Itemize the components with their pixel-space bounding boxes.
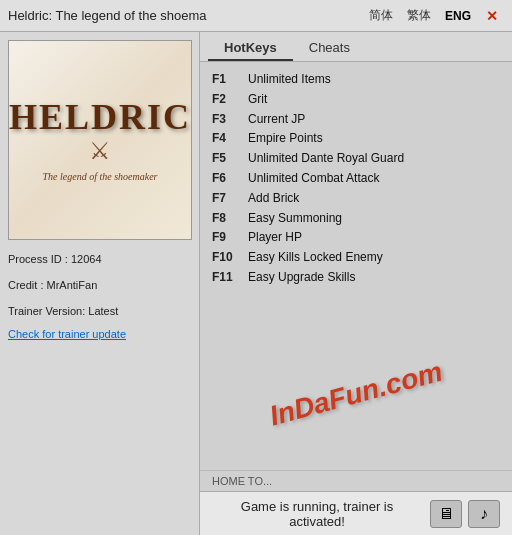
monitor-icon: 🖥 bbox=[438, 505, 454, 523]
sword-icon: ⚔ bbox=[89, 137, 111, 165]
hotkeys-content: F1 Unlimited Items F2 Grit F3 Current JP… bbox=[200, 62, 512, 470]
logo-subtitle: The legend of the shoemaker bbox=[43, 171, 158, 182]
main-container: HELDRIC ⚔ The legend of the shoemaker Pr… bbox=[0, 32, 512, 535]
hotkey-desc-f7: Add Brick bbox=[248, 189, 299, 209]
credit-line: Credit : MrAntiFan bbox=[8, 276, 191, 296]
credit-label: Credit : bbox=[8, 279, 43, 291]
tabs-container: HotKeys Cheats bbox=[200, 32, 512, 62]
hotkey-row-f3: F3 Current JP bbox=[212, 110, 500, 130]
hotkey-desc-f9: Player HP bbox=[248, 228, 302, 248]
close-button[interactable]: ✕ bbox=[480, 6, 504, 26]
hotkey-desc-f3: Current JP bbox=[248, 110, 305, 130]
hotkey-key-f5: F5 bbox=[212, 149, 248, 169]
hotkey-row-f5: F5 Unlimited Dante Royal Guard bbox=[212, 149, 500, 169]
right-panel: HotKeys Cheats F1 Unlimited Items F2 Gri… bbox=[200, 32, 512, 535]
language-buttons: 简体 繁体 ENG ✕ bbox=[364, 5, 504, 26]
hotkey-desc-f10: Easy Kills Locked Enemy bbox=[248, 248, 383, 268]
hotkey-desc-f5: Unlimited Dante Royal Guard bbox=[248, 149, 404, 169]
hotkey-row-f10: F10 Easy Kills Locked Enemy bbox=[212, 248, 500, 268]
watermark: InDaFun.com bbox=[267, 378, 444, 410]
title-bar: Heldric: The legend of the shoema 简体 繁体 … bbox=[0, 0, 512, 32]
game-logo: HELDRIC ⚔ The legend of the shoemaker bbox=[9, 41, 191, 239]
check-update-link[interactable]: Check for trainer update bbox=[8, 328, 126, 340]
hotkey-desc-f1: Unlimited Items bbox=[248, 70, 331, 90]
game-image: HELDRIC ⚔ The legend of the shoemaker bbox=[8, 40, 192, 240]
hotkey-row-f6: F6 Unlimited Combat Attack bbox=[212, 169, 500, 189]
hotkey-key-f2: F2 bbox=[212, 90, 248, 110]
logo-title: HELDRIC bbox=[9, 99, 191, 135]
credit-value: MrAntiFan bbox=[47, 279, 98, 291]
left-panel: HELDRIC ⚔ The legend of the shoemaker Pr… bbox=[0, 32, 200, 535]
lang-traditional-btn[interactable]: 繁体 bbox=[402, 5, 436, 26]
hotkey-row-f11: F11 Easy Upgrade Skills bbox=[212, 268, 500, 288]
hotkey-desc-f8: Easy Summoning bbox=[248, 209, 342, 229]
hotkey-key-f9: F9 bbox=[212, 228, 248, 248]
home-section: HOME TO... bbox=[200, 470, 512, 491]
hotkey-row-f8: F8 Easy Summoning bbox=[212, 209, 500, 229]
music-icon-button[interactable]: ♪ bbox=[468, 500, 500, 528]
hotkey-desc-f11: Easy Upgrade Skills bbox=[248, 268, 355, 288]
hotkey-desc-f6: Unlimited Combat Attack bbox=[248, 169, 379, 189]
hotkey-key-f3: F3 bbox=[212, 110, 248, 130]
tab-hotkeys[interactable]: HotKeys bbox=[208, 36, 293, 61]
hotkey-key-f7: F7 bbox=[212, 189, 248, 209]
hotkey-row-f4: F4 Empire Points bbox=[212, 129, 500, 149]
hotkey-key-f8: F8 bbox=[212, 209, 248, 229]
hotkey-row-f7: F7 Add Brick bbox=[212, 189, 500, 209]
hotkey-row-f1: F1 Unlimited Items bbox=[212, 70, 500, 90]
hotkey-key-f4: F4 bbox=[212, 129, 248, 149]
status-message: Game is running, trainer is activated! bbox=[212, 499, 422, 529]
trainer-version: Trainer Version: Latest bbox=[8, 302, 191, 322]
music-icon: ♪ bbox=[480, 505, 488, 523]
hotkey-key-f10: F10 bbox=[212, 248, 248, 268]
hotkey-key-f1: F1 bbox=[212, 70, 248, 90]
process-id: Process ID : 12064 bbox=[8, 250, 191, 270]
tab-cheats[interactable]: Cheats bbox=[293, 36, 366, 61]
hotkey-row-f2: F2 Grit bbox=[212, 90, 500, 110]
status-icons: 🖥 ♪ bbox=[430, 500, 500, 528]
monitor-icon-button[interactable]: 🖥 bbox=[430, 500, 462, 528]
lang-english-btn[interactable]: ENG bbox=[440, 7, 476, 25]
home-label: HOME TO... bbox=[212, 475, 272, 487]
status-bar: Game is running, trainer is activated! 🖥… bbox=[200, 491, 512, 535]
hotkey-key-f11: F11 bbox=[212, 268, 248, 288]
hotkey-key-f6: F6 bbox=[212, 169, 248, 189]
hotkey-row-f9: F9 Player HP bbox=[212, 228, 500, 248]
hotkey-desc-f2: Grit bbox=[248, 90, 267, 110]
info-section: Process ID : 12064 Credit : MrAntiFan Tr… bbox=[8, 250, 191, 527]
hotkey-desc-f4: Empire Points bbox=[248, 129, 323, 149]
lang-simple-btn[interactable]: 简体 bbox=[364, 5, 398, 26]
window-title: Heldric: The legend of the shoema bbox=[8, 8, 364, 23]
watermark-text: InDaFun.com bbox=[266, 356, 446, 433]
